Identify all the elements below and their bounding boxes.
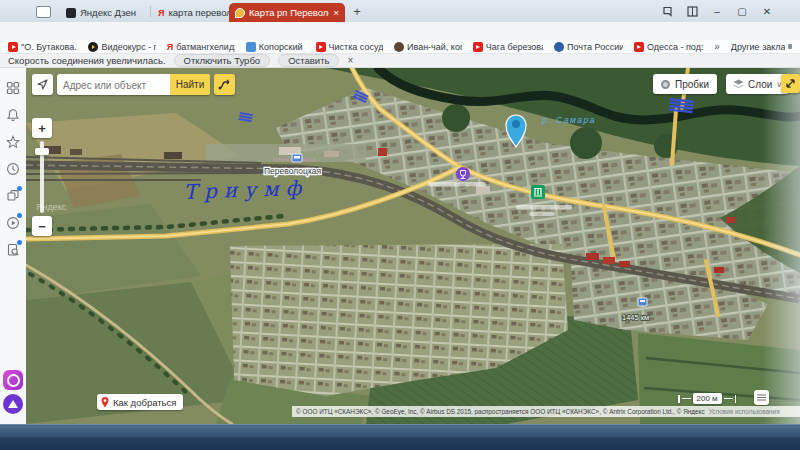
maximize-button[interactable]: ▢ (731, 3, 753, 19)
toolbar: ← Я ⟳ maps-online.ru Карта рп Переволоцк… (0, 22, 800, 41)
routes-button[interactable] (214, 74, 235, 95)
station-icon (292, 154, 302, 162)
street-label-smudge (529, 212, 555, 216)
bookmark-item[interactable]: Иван-чай, копорс (394, 42, 462, 52)
other-bookmarks-label: Другие закладки (731, 42, 785, 52)
terms-link[interactable]: Условия использования (709, 408, 780, 415)
notifications-bell-icon[interactable] (5, 107, 21, 123)
bookmark-item[interactable]: Одесса - подземн (634, 42, 703, 52)
keep-turbo-button[interactable]: Оставить (278, 54, 339, 67)
bookmark-item[interactable]: Почта России. По (554, 42, 623, 52)
turbo-close-icon[interactable]: × (347, 55, 353, 66)
yandex-icon: Я (167, 42, 173, 52)
bookmark-label: Почта России. По (567, 42, 623, 52)
street-label-smudge (516, 205, 572, 210)
layers-label: Слои (748, 79, 772, 90)
taskbar: Я Y RU ⚑ 23:48 19.09.2019 (0, 424, 800, 450)
bookmarks-star-icon[interactable] (5, 134, 21, 150)
assistant-app-icon[interactable] (3, 394, 23, 414)
bookmark-label: Иван-чай, копорс (407, 42, 462, 52)
geolocate-button[interactable] (32, 74, 53, 95)
bookmark-label: Копорский чай (259, 42, 305, 52)
zoom-in-button[interactable]: + (32, 118, 52, 138)
speeddial-icon[interactable] (656, 3, 678, 19)
tab-active-map[interactable]: Карта рп Переволоцко × (229, 3, 345, 22)
bookmark-label: Видеокурс - полу (101, 42, 155, 52)
traffic-label: Пробки (675, 79, 709, 90)
map-viewport[interactable]: Переволоцкая р. Самара Триумф 1445 км Ян… (26, 68, 800, 424)
layers-button[interactable]: Слои ∨ (726, 74, 789, 94)
search-input[interactable] (61, 74, 169, 97)
tab-label: Яндекс Дзен (80, 7, 136, 18)
bookmark-item[interactable]: Видеокурс - полу (88, 42, 155, 52)
station-label: Переволоцкая (264, 166, 322, 176)
history-clock-icon[interactable] (5, 161, 21, 177)
map-search-box: Найти (57, 74, 210, 95)
video-icon[interactable] (5, 215, 21, 231)
cloud-haze (762, 68, 800, 424)
poi-green-icon[interactable] (531, 185, 545, 199)
poi-purple-icon[interactable] (456, 167, 470, 181)
browser-sidebar (0, 68, 27, 424)
yandex-icon: Я (158, 8, 164, 18)
tab-panel-icon[interactable] (36, 6, 51, 18)
tableau-grid-icon[interactable] (5, 80, 21, 96)
disable-turbo-button[interactable]: Отключить Турбо (174, 54, 271, 67)
directions-chip[interactable]: Как добраться (97, 394, 183, 410)
play-icon (88, 42, 98, 52)
tab-bar: Яндекс Дзен Я карта переволоцкого рай Ка… (0, 0, 800, 22)
bookmark-label: Одесса - подземн (647, 42, 703, 52)
milestone-label: 1445 км (622, 313, 649, 322)
milestone-icon (638, 298, 647, 306)
bookmark-item[interactable]: Ябатмангхелидж ва (167, 42, 235, 52)
tab-zen[interactable]: Яндекс Дзен (60, 3, 160, 22)
zoom-out-button[interactable]: − (32, 216, 52, 236)
layers-icon (733, 79, 744, 89)
other-bookmarks-button[interactable]: Другие закладки (731, 42, 792, 52)
zen-icon (66, 8, 76, 18)
collections-icon[interactable] (5, 188, 21, 204)
tab-map-search[interactable]: Я карта переволоцкого рай (152, 3, 240, 22)
tab-close-icon[interactable]: × (333, 7, 339, 18)
fullscreen-button[interactable] (781, 74, 800, 93)
search-doc-icon[interactable] (5, 242, 21, 258)
scale-bar: 200 м (678, 393, 736, 404)
bookmark-item[interactable]: Чистка сосудов ч (316, 42, 383, 52)
bookmark-item[interactable]: Чага березовая. К (473, 42, 543, 52)
new-tab-button[interactable]: + (349, 3, 365, 19)
satellite-map[interactable]: Переволоцкая р. Самара Триумф 1445 км Ян… (26, 68, 800, 424)
camera-app-icon[interactable] (3, 370, 23, 390)
close-button[interactable]: ✕ (756, 3, 778, 19)
find-button[interactable]: Найти (170, 74, 210, 95)
tile-tabs-icon[interactable] (681, 3, 703, 19)
badge-dot (17, 186, 22, 191)
bookmarks-bar: "О. Бутакова."О Б Видеокурс - полу Ябатм… (0, 40, 800, 54)
youtube-icon (316, 42, 326, 52)
bookmark-label: батмангхелидж ва (176, 42, 235, 52)
zoom-slider-handle[interactable] (35, 148, 49, 155)
minimize-button[interactable]: – (706, 3, 728, 19)
emblem-icon (554, 42, 564, 52)
bookmark-label: "О. Бутакова."О Б (21, 42, 77, 52)
map-attribution: © ООО ИТЦ «СКАНЭКС», © GeoEye, Inc, © Ai… (292, 406, 800, 417)
handwritten-annotation: Триумф (183, 176, 308, 204)
bookmarks-overflow-chevron[interactable]: » (714, 41, 720, 52)
youtube-icon (473, 42, 483, 52)
bookmark-item[interactable]: "О. Бутакова."О Б (8, 42, 77, 52)
pin-icon (101, 397, 109, 408)
turbo-message: Скорость соединения увеличилась. (8, 55, 166, 66)
screen: Яндекс Дзен Я карта переволоцкого рай Ка… (0, 0, 800, 450)
traffic-button[interactable]: Пробки (653, 74, 717, 94)
tab-divider (150, 6, 151, 17)
directions-label: Как добраться (113, 397, 176, 408)
badge-dot (17, 240, 22, 245)
tab-label: Карта рп Переволоцко (249, 7, 329, 18)
youtube-icon (634, 42, 644, 52)
ruler-button[interactable] (754, 390, 769, 405)
river-label: р. Самара (541, 115, 596, 125)
leaf-icon (394, 42, 404, 52)
badge-dot (17, 213, 22, 218)
bookmark-item[interactable]: Копорский чай (246, 42, 305, 52)
other-bookmarks-icon (788, 44, 792, 49)
tab-label: карта переволоцкого рай (168, 7, 234, 18)
